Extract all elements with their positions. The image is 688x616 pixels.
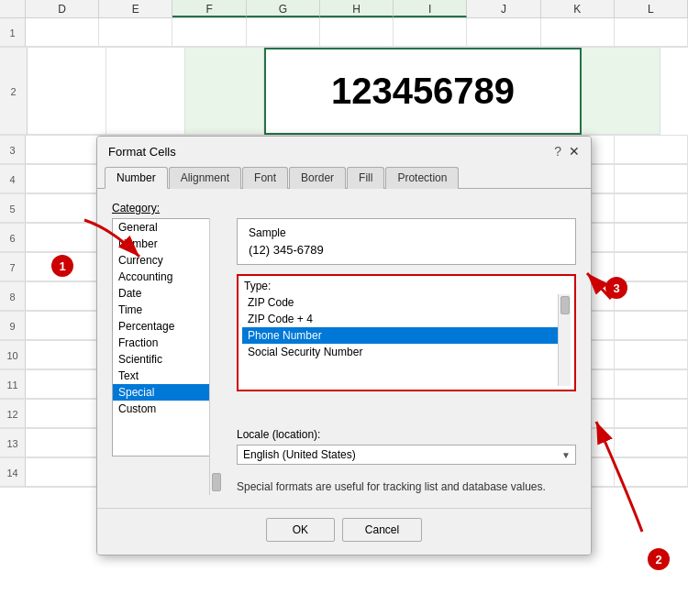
titlebar-buttons: ? ✕	[554, 144, 580, 159]
category-list[interactable]: General Number Currency Accounting Date …	[112, 218, 222, 456]
cell-K1[interactable]	[541, 18, 615, 47]
type-label: Type:	[242, 280, 571, 294]
category-label: Category:	[112, 202, 576, 214]
cell-L6[interactable]	[615, 224, 688, 252]
description-text: Special formats are useful for tracking …	[237, 479, 576, 495]
category-time[interactable]: Time	[113, 302, 221, 318]
cell-D9[interactable]	[26, 312, 99, 340]
type-phone-number[interactable]: Phone Number	[242, 327, 571, 344]
cell-D8[interactable]	[26, 282, 99, 311]
right-panel: Sample (12) 345-6789 Type: ZIP Code ZIP …	[237, 218, 576, 495]
row-9-header: 9	[0, 312, 26, 340]
cell-L4[interactable]	[615, 165, 688, 193]
tab-border[interactable]: Border	[289, 167, 346, 189]
badge-1: 1	[51, 255, 73, 277]
category-date[interactable]: Date	[113, 285, 221, 302]
category-fraction[interactable]: Fraction	[113, 335, 221, 351]
tab-fill[interactable]: Fill	[347, 167, 384, 189]
row-4-header: 4	[0, 165, 26, 193]
cell-L9[interactable]	[615, 312, 688, 340]
cell-L12[interactable]	[615, 400, 688, 428]
locale-section: Locale (location): English (United State…	[237, 428, 576, 465]
row-13-header: 13	[0, 429, 26, 457]
spacer	[237, 401, 576, 419]
category-number[interactable]: Number	[113, 236, 221, 252]
cell-F2[interactable]	[185, 48, 264, 135]
category-text[interactable]: Text	[113, 368, 221, 384]
close-icon[interactable]: ✕	[569, 144, 580, 159]
type-ssn[interactable]: Social Security Number	[242, 344, 571, 360]
locale-select[interactable]: English (United States)	[237, 445, 576, 465]
cell-I1[interactable]	[394, 18, 467, 47]
cell-D1[interactable]	[26, 18, 99, 47]
tab-font[interactable]: Font	[242, 167, 288, 189]
cell-D11[interactable]	[26, 370, 99, 399]
row-2-header: 2	[0, 48, 28, 135]
row-1-header: 1	[0, 18, 26, 47]
cell-D14[interactable]	[26, 458, 99, 487]
help-icon[interactable]: ?	[554, 144, 561, 159]
cell-D13[interactable]	[26, 429, 99, 457]
type-zip-code-4[interactable]: ZIP Code + 4	[242, 311, 571, 327]
cell-D10[interactable]	[26, 341, 99, 369]
col-header-I: I	[394, 0, 467, 17]
col-header-G: G	[247, 0, 320, 17]
row-5-header: 5	[0, 194, 26, 223]
tab-protection[interactable]: Protection	[385, 167, 459, 189]
row-14-header: 14	[0, 458, 26, 487]
dialog-footer: OK Cancel	[97, 508, 591, 555]
col-header-J: J	[467, 0, 540, 17]
col-headers: D E F G H I J K L	[0, 0, 688, 18]
cell-E1[interactable]	[99, 18, 172, 47]
dialog-titlebar: Format Cells ? ✕	[97, 137, 591, 162]
sample-value: (12) 345-6789	[249, 243, 564, 257]
cell-L5[interactable]	[615, 194, 688, 223]
tab-alignment[interactable]: Alignment	[169, 167, 241, 189]
cell-D12[interactable]	[26, 400, 99, 428]
tab-number[interactable]: Number	[105, 167, 168, 189]
cell-D6[interactable]	[26, 224, 99, 252]
cell-H1[interactable]	[320, 18, 394, 47]
cell-F1[interactable]	[172, 18, 246, 47]
category-accounting[interactable]: Accounting	[113, 269, 221, 285]
cell-L3[interactable]	[615, 136, 688, 164]
cell-L11[interactable]	[615, 370, 688, 399]
locale-label: Locale (location):	[237, 428, 576, 441]
row-6-header: 6	[0, 224, 26, 252]
cell-L10[interactable]	[615, 341, 688, 369]
cell-L7[interactable]	[615, 253, 688, 281]
locale-wrapper: English (United States)	[237, 445, 576, 465]
dialog-title: Format Cells	[108, 145, 176, 159]
cell-number-value: 123456789	[331, 71, 515, 112]
cell-G1[interactable]	[247, 18, 320, 47]
type-list[interactable]: ZIP Code ZIP Code + 4 Phone Number Socia…	[242, 294, 571, 386]
row-12-header: 12	[0, 400, 26, 428]
cell-E2[interactable]	[106, 48, 185, 135]
col-header-K: K	[541, 0, 615, 17]
cell-L13[interactable]	[615, 429, 688, 457]
type-zip-code[interactable]: ZIP Code	[242, 294, 571, 311]
type-section: Type: ZIP Code ZIP Code + 4 Phone Number…	[237, 274, 576, 391]
category-percentage[interactable]: Percentage	[113, 318, 221, 335]
dialog-body: Category: General Number Currency Accoun…	[97, 189, 591, 508]
sample-label: Sample	[249, 226, 564, 239]
cell-D4[interactable]	[26, 165, 99, 193]
cell-D2[interactable]	[28, 48, 106, 135]
row-3-header: 3	[0, 136, 26, 164]
cell-I2[interactable]	[582, 48, 660, 135]
cell-D5[interactable]	[26, 194, 99, 223]
cell-L1[interactable]	[615, 18, 688, 47]
category-special[interactable]: Special	[113, 384, 221, 401]
cell-D3[interactable]	[26, 136, 99, 164]
category-custom[interactable]: Custom	[113, 401, 221, 417]
category-currency[interactable]: Currency	[113, 252, 221, 269]
merged-cell-H2[interactable]: 123456789	[264, 48, 582, 135]
ok-button[interactable]: OK	[266, 518, 335, 542]
cancel-button[interactable]: Cancel	[342, 518, 422, 542]
category-scientific[interactable]: Scientific	[113, 351, 221, 368]
category-general[interactable]: General	[113, 219, 221, 236]
cell-L14[interactable]	[615, 458, 688, 487]
cell-J1[interactable]	[467, 18, 540, 47]
row-10-header: 10	[0, 341, 26, 369]
col-header-H: H	[320, 0, 394, 17]
